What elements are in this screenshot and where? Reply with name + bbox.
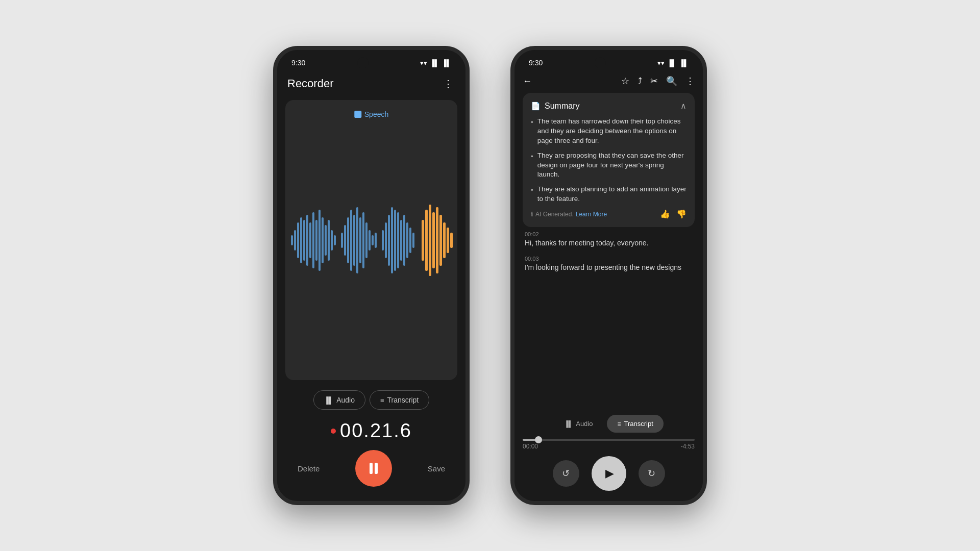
fast-forward-button[interactable]: ↻: [639, 460, 665, 487]
svg-rect-27: [382, 230, 384, 251]
svg-rect-9: [318, 210, 321, 271]
pause-bar-right: [375, 463, 378, 474]
ai-generated-text: AI Generated.: [535, 211, 574, 218]
svg-rect-37: [412, 233, 414, 248]
svg-rect-20: [356, 207, 358, 273]
svg-rect-41: [432, 212, 435, 268]
svg-rect-13: [331, 230, 333, 251]
summary-doc-icon: 📄: [531, 102, 541, 111]
svg-rect-17: [347, 217, 349, 263]
timer-display: 00.21.6: [340, 420, 412, 442]
svg-rect-18: [350, 210, 352, 271]
transcript-time-2: 00:03: [525, 256, 693, 262]
signal-icon: ▐▌: [430, 59, 439, 67]
waveform-container: Speech: [285, 100, 457, 380]
back-icon[interactable]: ←: [523, 76, 532, 87]
status-bar-right: 9:30 ▾▾ ▐▌ ▐▌: [514, 50, 703, 71]
detail-header-actions: ☆ ⤴ ✂ 🔍 ⋮: [621, 76, 695, 87]
audio-tab-icon: ▐▌: [324, 396, 333, 404]
wifi-icon: ▾▾: [420, 59, 427, 67]
svg-rect-45: [447, 228, 449, 253]
transcript-text-1: Hi, thanks for meeting today, everyone.: [525, 238, 693, 248]
delete-button[interactable]: Delete: [298, 464, 320, 473]
transcript-tab-label: Transcript: [387, 396, 419, 404]
speech-icon: [354, 111, 361, 118]
svg-rect-22: [362, 212, 364, 268]
svg-rect-1: [294, 230, 296, 251]
camera-notch-right: [595, 57, 606, 68]
transcript-entry-1: 00:02 Hi, thanks for meeting today, ever…: [525, 231, 693, 248]
collapse-icon[interactable]: ∧: [680, 101, 687, 111]
status-time-left: 9:30: [291, 59, 305, 67]
svg-rect-26: [375, 233, 377, 248]
status-icons-left: ▾▾ ▐▌ ▐▌: [420, 59, 451, 67]
right-phone: 9:30 ▾▾ ▐▌ ▐▌ ← ☆ ⤴ ✂ 🔍 ⋮ 📄: [510, 46, 707, 505]
svg-rect-11: [325, 225, 327, 256]
battery-icon-right: ▐▌: [679, 59, 689, 67]
progress-area[interactable]: 00:00 -4:53: [523, 439, 695, 450]
search-icon[interactable]: 🔍: [666, 76, 677, 87]
player-audio-icon: ▐▌: [564, 420, 573, 428]
scissors-icon[interactable]: ✂: [650, 76, 658, 87]
summary-card: 📄 Summary ∧ • The team has narrowed down…: [523, 93, 695, 227]
current-time: 00:00: [523, 443, 538, 450]
svg-rect-8: [315, 220, 317, 261]
thumbs-down-icon[interactable]: 👎: [676, 209, 687, 219]
transcript-time-1: 00:02: [525, 231, 693, 237]
rewind-button[interactable]: ↺: [553, 460, 579, 487]
svg-rect-38: [422, 220, 424, 261]
thumbs-up-icon[interactable]: 👍: [660, 209, 670, 219]
svg-rect-23: [365, 222, 368, 258]
svg-rect-14: [334, 235, 336, 245]
svg-rect-36: [409, 228, 411, 253]
svg-rect-0: [291, 235, 293, 245]
svg-rect-43: [439, 215, 442, 266]
fast-forward-icon: ↻: [648, 468, 655, 479]
learn-more-link[interactable]: Learn More: [576, 211, 607, 218]
player-tabs: ▐▌ Audio ≡ Transcript: [523, 415, 695, 433]
player-transcript-icon: ≡: [617, 420, 621, 428]
progress-times: 00:00 -4:53: [523, 443, 695, 450]
detail-header: ← ☆ ⤴ ✂ 🔍 ⋮: [514, 71, 703, 91]
tab-audio-left[interactable]: ▐▌ Audio: [313, 390, 365, 410]
bottom-player: ▐▌ Audio ≡ Transcript 00:00 -4:53: [514, 411, 703, 501]
tab-transcript-left[interactable]: ≡ Transcript: [370, 390, 429, 410]
battery-icon: ▐▌: [442, 59, 451, 67]
timer-area: 00.21.6: [277, 416, 465, 444]
bullet-text-1: The team has narrowed down their top cho…: [537, 117, 687, 146]
svg-rect-28: [385, 222, 387, 258]
camera-notch-left: [357, 57, 369, 68]
save-button[interactable]: Save: [428, 464, 445, 473]
progress-track[interactable]: [523, 439, 695, 441]
more-icon[interactable]: ⋮: [685, 76, 695, 87]
waveform-svg: [290, 194, 453, 286]
star-icon[interactable]: ☆: [621, 76, 629, 87]
player-transcript-label: Transcript: [624, 420, 653, 428]
menu-icon[interactable]: ⋮: [441, 76, 455, 92]
speech-label: Speech: [354, 110, 388, 118]
player-tab-transcript[interactable]: ≡ Transcript: [607, 415, 663, 433]
svg-rect-6: [309, 222, 311, 258]
ai-rating-actions: 👍 👎: [660, 209, 687, 219]
summary-bullet-1: • The team has narrowed down their top c…: [531, 117, 687, 146]
svg-rect-25: [372, 235, 374, 245]
svg-rect-29: [388, 215, 390, 266]
ai-footer: ℹ AI Generated. Learn More 👍 👎: [531, 209, 687, 219]
player-tab-audio[interactable]: ▐▌ Audio: [554, 415, 603, 433]
audio-tab-label: Audio: [336, 396, 355, 404]
left-phone: 9:30 ▾▾ ▐▌ ▐▌ Recorder ⋮ Speech: [273, 46, 470, 505]
svg-rect-16: [344, 225, 346, 256]
svg-rect-35: [406, 222, 408, 258]
svg-rect-3: [300, 217, 302, 263]
svg-rect-39: [425, 210, 428, 271]
player-controls: ↺ ▶ ↻: [523, 456, 695, 491]
signal-icon-right: ▐▌: [667, 59, 676, 67]
play-button[interactable]: ▶: [592, 456, 626, 491]
progress-thumb[interactable]: [535, 436, 542, 443]
bullet-text-3: They are also planning to add an animati…: [537, 185, 687, 204]
summary-bullet-3: • They are also planning to add an anima…: [531, 185, 687, 204]
status-time-right: 9:30: [529, 59, 543, 67]
share-icon[interactable]: ⤴: [638, 76, 642, 87]
pause-button[interactable]: [355, 450, 392, 487]
status-bar-left: 9:30 ▾▾ ▐▌ ▐▌: [277, 50, 465, 71]
